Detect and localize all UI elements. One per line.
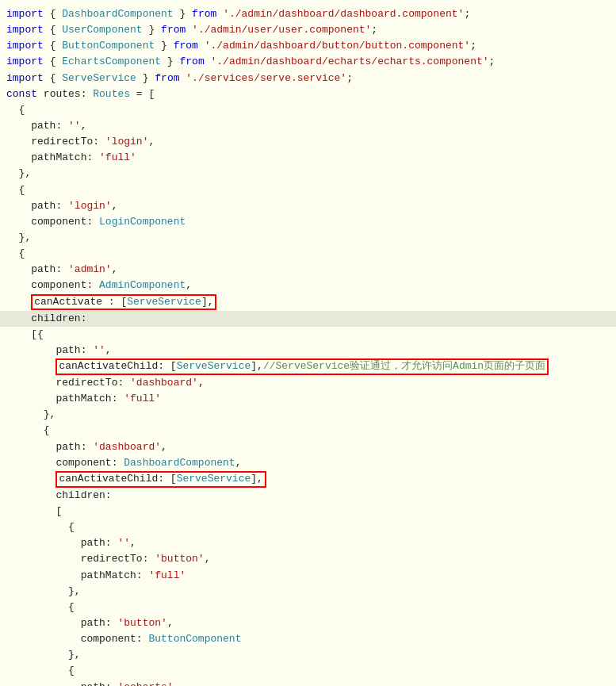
line-22: children: xyxy=(0,311,616,327)
line-6: const routes: Routes = [ xyxy=(0,86,616,102)
line-35: { xyxy=(0,519,616,535)
line-9: redirectTo: 'login', xyxy=(0,134,616,150)
line-33: children: xyxy=(0,488,616,504)
line-2: import { UserComponent } from './admin/u… xyxy=(0,22,616,38)
line-30: path: 'dashboard', xyxy=(0,439,616,455)
line-38: pathMatch: 'full' xyxy=(0,568,616,584)
line-8: path: '', xyxy=(0,118,616,134)
line-32: canActivateChild: [ServeService], xyxy=(0,471,616,488)
line-37: redirectTo: 'button', xyxy=(0,551,616,567)
line-24: path: '', xyxy=(0,343,616,358)
line-45: path: 'echarts', xyxy=(0,680,616,686)
line-10: pathMatch: 'full' xyxy=(0,150,616,166)
line-40: { xyxy=(0,600,616,615)
line-23: [{ xyxy=(0,327,616,343)
line-4: import { EchartsComponent } from './admi… xyxy=(0,54,616,70)
line-25: canActivateChild: [ServeService],//Serve… xyxy=(0,358,616,375)
code-editor: import { DashboardComponent } from './ad… xyxy=(0,0,616,686)
line-26: redirectTo: 'dashboard', xyxy=(0,375,616,391)
line-29: { xyxy=(0,423,616,439)
line-5: import { ServeService } from './services… xyxy=(0,71,616,86)
line-15: component: LoginComponent xyxy=(0,214,616,230)
line-11: }, xyxy=(0,166,616,182)
line-21: canActivate : [ServeService], xyxy=(0,294,616,311)
line-39: }, xyxy=(0,584,616,600)
line-34: [ xyxy=(0,504,616,519)
line-20: component: AdminComponent, xyxy=(0,278,616,293)
line-44: { xyxy=(0,663,616,679)
line-7: { xyxy=(0,102,616,118)
line-16: }, xyxy=(0,230,616,246)
line-42: component: ButtonComponent xyxy=(0,631,616,647)
line-31: component: DashboardComponent, xyxy=(0,455,616,471)
line-12: { xyxy=(0,182,616,198)
line-18: { xyxy=(0,246,616,262)
line-28: }, xyxy=(0,407,616,423)
can-activate-child-box-2: canActivateChild: [ServeService], xyxy=(55,471,266,488)
line-43: }, xyxy=(0,647,616,663)
line-19: path: 'admin', xyxy=(0,262,616,278)
line-36: path: '', xyxy=(0,535,616,551)
can-activate-box: canActivate : [ServeService], xyxy=(31,294,216,311)
line-14: path: 'login', xyxy=(0,198,616,214)
line-3: import { ButtonComponent } from './admin… xyxy=(0,38,616,54)
line-1: import { DashboardComponent } from './ad… xyxy=(0,6,616,22)
can-activate-child-box-1: canActivateChild: [ServeService],//Serve… xyxy=(55,358,549,375)
line-27: pathMatch: 'full' xyxy=(0,391,616,407)
line-41: path: 'button', xyxy=(0,615,616,631)
